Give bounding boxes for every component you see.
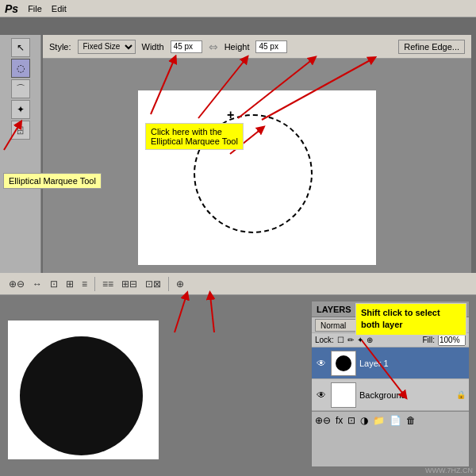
black-circle [20,336,143,455]
lock-move-icon[interactable]: ✦ [357,336,363,344]
new-group-icon[interactable]: 📁 [373,415,385,426]
fill-input[interactable] [438,335,466,346]
tool-tooltip: Elliptical Marquee Tool [3,173,102,189]
menu-edit[interactable]: Edit [52,4,67,13]
fill-label: Fill: [422,336,435,344]
layer-row-background[interactable]: 👁 Background 🔒 [312,379,469,411]
bottom-section: ⊕⊖ ↔ ⊡ ⊞ ≡ ≡≡ ⊞⊟ ⊡⊠ ⊕ LAYERS Normal Opac… [0,273,476,476]
top-options-bar: Style: Fixed Size Width ⇔ Height Refine … [43,35,471,59]
style-select[interactable]: Fixed Size [78,40,136,54]
lock-paint-icon[interactable]: ✏ [347,336,354,344]
width-input[interactable] [171,40,202,53]
svg-line-10 [210,295,214,332]
bt-btn-3[interactable]: ⊡ [48,278,60,290]
background-thumbnail [331,382,356,408]
layer1-thumbnail [331,351,356,376]
adjustment-icon[interactable]: ◑ [360,415,368,426]
style-label: Style: [49,42,71,52]
bt-btn-2[interactable]: ↔ [30,278,44,290]
click-here-annotation: Click here with the Elliptical Marquee T… [145,123,244,150]
move-tool[interactable]: ↖ [11,38,30,57]
add-mask-icon[interactable]: ⊡ [347,415,355,426]
bt-btn-8[interactable]: ⊡⊠ [143,278,163,290]
delete-layer-icon[interactable]: 🗑 [406,415,416,426]
lock-all-icon[interactable]: ⊕ [367,336,373,344]
shift-click-annotation: Shift click to select both layer [355,303,466,336]
link-layers-icon[interactable]: ⊕⊖ [315,415,331,426]
height-input[interactable] [255,40,287,53]
layer-row-layer1[interactable]: 👁 Layer 1 [312,347,469,379]
lock-checkbox[interactable]: ☐ [337,336,344,344]
new-layer-icon[interactable]: 📄 [390,415,401,426]
bt-btn-9[interactable]: ⊕ [174,278,186,290]
height-label: Height [225,42,250,52]
background-name: Background [359,390,453,400]
lock-label: Lock: [315,336,334,344]
bt-btn-1[interactable]: ⊕⊖ [6,278,27,290]
width-label: Width [142,42,164,52]
marquee-arrow-svg [0,90,44,154]
svg-line-1 [4,124,20,150]
toolbar-separator-2 [168,277,169,291]
background-lock-icon: 🔒 [456,390,466,399]
bt-btn-6[interactable]: ≡≡ [100,278,116,290]
watermark: WWW.7HZ.CN [425,466,473,474]
canvas-area-top: + [43,59,471,297]
background-visibility-icon[interactable]: 👁 [315,389,328,401]
bottom-toolbar: ⊕⊖ ↔ ⊡ ⊞ ≡ ≡≡ ⊞⊟ ⊡⊠ ⊕ [0,273,476,295]
bt-btn-5[interactable]: ≡ [79,278,90,290]
refine-edge-button[interactable]: Refine Edge... [398,40,465,54]
svg-line-9 [175,295,186,332]
menu-file[interactable]: File [28,4,42,13]
canvas-white: + [138,90,376,265]
canvas-bottom [8,321,159,459]
layer1-thumb-circle [336,355,351,371]
toolbar-separator-1 [94,277,95,291]
fx-icon[interactable]: fx [336,415,343,426]
layer1-visibility-icon[interactable]: 👁 [315,357,328,370]
bt-btn-7[interactable]: ⊞⊟ [119,278,140,290]
layer1-name: Layer 1 [359,359,466,368]
bt-btn-4[interactable]: ⊞ [63,278,76,290]
ps-logo: Ps [5,2,18,15]
layers-footer: ⊕⊖ fx ⊡ ◑ 📁 📄 🗑 [312,411,469,428]
layers-title: LAYERS [317,305,351,314]
menu-bar: Ps File Edit [0,0,476,17]
marquee-tool[interactable]: ◌ [11,59,30,78]
